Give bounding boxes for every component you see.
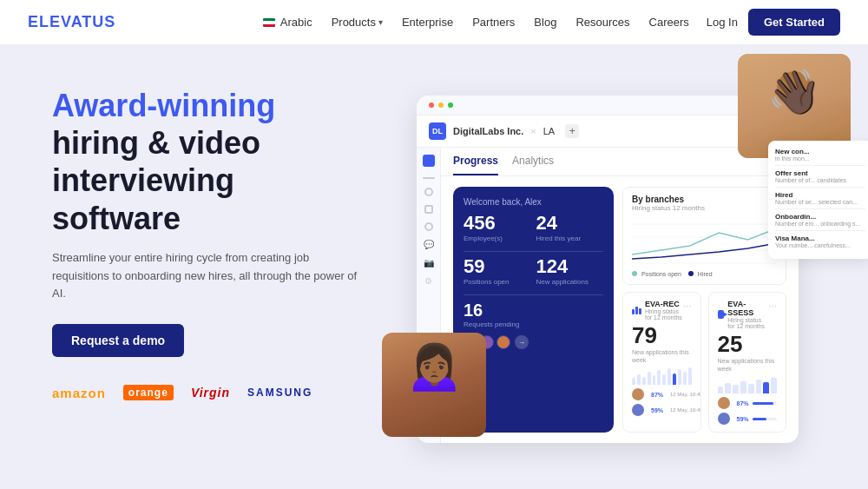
arabic-flag-icon xyxy=(263,18,275,27)
ssess-cand-avatar-2 xyxy=(718,413,730,425)
mini-bar-5 xyxy=(653,375,656,385)
ssess-cand-bar-fill-1 xyxy=(753,402,774,405)
cand-pct-1: 87% xyxy=(651,392,663,398)
nc-item-4: Onboardin... Number of em... onboarding … xyxy=(775,213,865,227)
ssess-candidate-row-1: Rick Burton 87% xyxy=(718,397,778,409)
sidebar-icon-circle[interactable] xyxy=(424,188,433,196)
profile-photo-bottom: 🙍🏾‍♀️ xyxy=(382,333,486,437)
hero-subtitle: Streamline your entire hiring cycle from… xyxy=(52,249,365,303)
branches-header: By branches Hiring status 12 months ··· xyxy=(632,195,777,212)
ssess-bar-3 xyxy=(733,385,739,393)
nav-blog[interactable]: Blog xyxy=(534,16,556,29)
apps-label: New applications xyxy=(536,278,604,286)
stat-divider-2 xyxy=(464,294,603,295)
ssess-bar-5 xyxy=(748,384,754,393)
person-icon: 🙍🏾‍♀️ xyxy=(404,337,464,393)
nc-title-4: Onboardin... xyxy=(775,213,865,221)
ssess-cand-avatar-1 xyxy=(718,397,730,409)
tab-progress[interactable]: Progress xyxy=(453,148,498,175)
eva-ssess-number: 25 xyxy=(718,333,778,355)
eva-ssess-video-icon xyxy=(718,310,725,319)
eva-rec-desc: New applications this week xyxy=(632,348,692,364)
sidebar-icon-camera[interactable]: 📷 xyxy=(424,258,434,268)
window-dot-yellow xyxy=(438,102,444,108)
sidebar-icon-chat[interactable]: 💬 xyxy=(424,240,434,249)
mini-bar-1 xyxy=(632,378,635,385)
mini-bar-12 xyxy=(688,367,692,385)
arrow-button[interactable]: → xyxy=(515,335,529,349)
eva-rec-header: EVA-REC Hiring status for 12 months ··· xyxy=(632,300,692,320)
eva-rec-chart xyxy=(632,367,692,385)
ssess-candidate-row-2: Bryan Morrison 59% xyxy=(718,413,778,425)
nav-resources[interactable]: Resources xyxy=(575,16,629,29)
stats-grid: 456 Employee(s) 24 Hired this year xyxy=(464,214,603,242)
stat-positions: 59 Positions open xyxy=(464,257,531,286)
nc-divider-1 xyxy=(775,165,865,166)
cand-avatar-1 xyxy=(632,388,644,400)
candidate-row-2: Bryan Morrison 59% 12 May, 10:45 +2 Soft… xyxy=(632,404,692,416)
eva-ssess-header: EVA-SSESS Hiring status for 12 months ··… xyxy=(718,300,778,329)
sidebar-icon-circle2[interactable] xyxy=(424,222,433,231)
orange-logo: orange xyxy=(123,385,174,400)
chart-legend: Positions open Hired xyxy=(632,271,777,277)
legend-dot-positions xyxy=(632,271,637,276)
logo[interactable]: ELEVATUS xyxy=(28,13,115,31)
amazon-logo: amazon xyxy=(52,386,106,400)
eva-ssess-subtitle: Hiring status for 12 months xyxy=(727,317,768,329)
hired-label: Hired this year xyxy=(536,235,604,242)
eva-ssess-menu[interactable]: ··· xyxy=(768,300,777,312)
sidebar-icon-home[interactable] xyxy=(423,155,435,167)
legend-hired: Hired xyxy=(688,271,713,277)
logo-text: LEVATUS xyxy=(39,13,115,30)
apps-number: 124 xyxy=(536,257,604,276)
nc-title-2: Offer sent xyxy=(775,169,865,177)
hero-title-rest: hiring & video interviewing software xyxy=(52,125,260,235)
brand-logos: amazon orange Virgin SAMSUNG xyxy=(52,385,372,400)
nav-arabic[interactable]: Arabic xyxy=(263,16,312,29)
demo-button[interactable]: Request a demo xyxy=(52,324,184,357)
cand-pct-2: 59% xyxy=(651,407,663,413)
chart-svg xyxy=(632,215,777,268)
nc-title-5: Visa Mana... xyxy=(775,235,865,242)
nc-divider-2 xyxy=(775,187,865,188)
bar1 xyxy=(632,309,635,314)
get-started-button[interactable]: Get Started xyxy=(748,9,840,36)
eva-ssess-title-group: EVA-SSESS Hiring status for 12 months xyxy=(727,300,768,329)
eva-row: EVA-REC Hiring status for 12 months ··· … xyxy=(622,292,786,433)
ssess-cand-bar-2 xyxy=(753,418,777,420)
nc-item-2: Offer sent Number of of... candidates xyxy=(775,169,865,183)
nc-subtitle-2: Number of of... candidates xyxy=(775,177,865,183)
person-wave-icon: 👋🏿 xyxy=(767,67,821,117)
eva-rec-menu[interactable]: ··· xyxy=(682,300,691,312)
eva-rec-bars-icon xyxy=(632,307,641,314)
stat-divider xyxy=(464,251,603,252)
nav-partners[interactable]: Partners xyxy=(472,16,515,29)
window-dot-green xyxy=(448,102,453,108)
sidebar-icon-settings[interactable]: ⚙ xyxy=(424,276,432,286)
ssess-cand-pct-1: 87% xyxy=(737,400,749,406)
ssess-cand-bar-fill-2 xyxy=(753,418,767,420)
stats-grid-2: 59 Positions open 124 New applications xyxy=(464,257,603,286)
nc-title-3: Hired xyxy=(775,191,865,199)
eva-rec-title-group: EVA-REC Hiring status for 12 months xyxy=(645,300,682,320)
mini-bar-7 xyxy=(662,374,666,385)
legend-positions: Positions open xyxy=(632,271,681,277)
ssess-cand-pct-2: 59% xyxy=(737,416,749,422)
company-name: DigitalLabs Inc. xyxy=(453,126,523,136)
virgin-logo: Virgin xyxy=(191,386,230,400)
sidebar-icon-square[interactable] xyxy=(424,205,433,214)
nav-careers[interactable]: Careers xyxy=(649,16,689,29)
ssess-bar-6 xyxy=(756,380,762,393)
dash-main: Progress Analytics Welcome back, Alex 45… xyxy=(441,148,799,443)
tab-analytics[interactable]: Analytics xyxy=(512,148,554,175)
nc-subtitle-3: Number of se... selected can... xyxy=(775,199,865,205)
login-button[interactable]: Log In xyxy=(707,16,738,29)
ssess-bar-2 xyxy=(725,383,731,393)
ssess-cand-bar-1 xyxy=(753,402,777,405)
add-button[interactable]: + xyxy=(565,124,579,138)
nav-enterprise[interactable]: Enterprise xyxy=(402,16,453,29)
nav-products[interactable]: Products ▾ xyxy=(332,16,383,29)
eva-rec-title: EVA-REC xyxy=(645,300,682,308)
sidebar-divider xyxy=(423,177,435,179)
mini-bar-3 xyxy=(642,377,646,385)
